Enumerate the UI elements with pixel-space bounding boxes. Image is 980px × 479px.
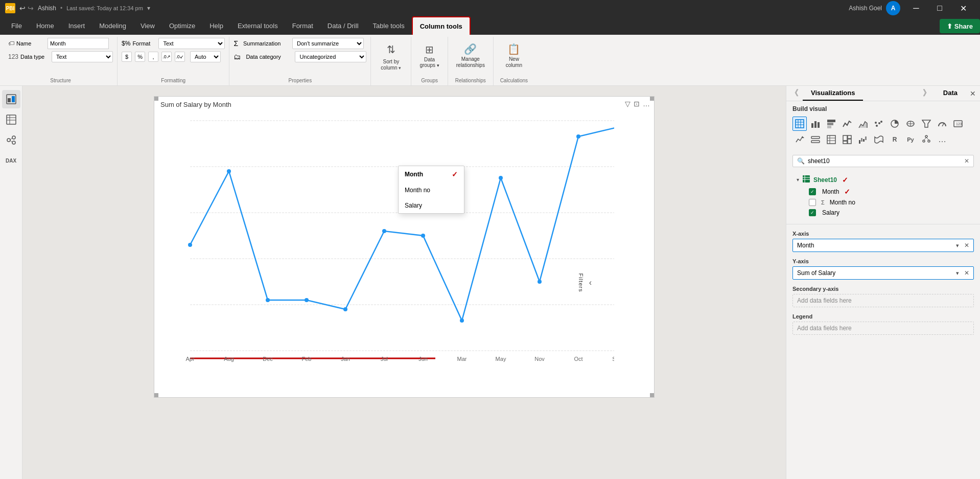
tab-view[interactable]: View bbox=[133, 16, 162, 35]
month-checkbox[interactable]: ✓ bbox=[809, 188, 816, 195]
minimize-button[interactable]: ─ bbox=[904, 0, 928, 16]
manage-relationships-button[interactable]: 🔗 Managerelationships bbox=[452, 38, 489, 74]
tree-expand-chevron[interactable]: ▾ bbox=[797, 177, 799, 183]
y-axis-chevron-down[interactable]: ▾ bbox=[956, 270, 959, 277]
viz-table[interactable] bbox=[792, 117, 807, 131]
salary-checkbox[interactable]: ✓ bbox=[809, 209, 816, 216]
data-panel-close-icon[interactable]: ✕ bbox=[970, 89, 976, 98]
search-input[interactable] bbox=[808, 157, 961, 165]
tab-visualizations[interactable]: Visualizations bbox=[803, 86, 863, 101]
secondary-y-label: Secondary y-axis bbox=[792, 286, 974, 292]
tree-monthno-node[interactable]: Σ Month no bbox=[805, 197, 974, 208]
viz-matrix[interactable] bbox=[824, 132, 838, 147]
chart-toolbar: ▽ ⊡ … bbox=[625, 100, 650, 108]
close-button[interactable]: ✕ bbox=[951, 0, 975, 16]
filters-collapse-arrow[interactable]: ‹ bbox=[589, 278, 592, 287]
tab-modeling[interactable]: Modeling bbox=[92, 16, 133, 35]
maximize-button[interactable]: □ bbox=[928, 0, 951, 16]
tab-data-drill[interactable]: Data / Drill bbox=[320, 16, 366, 35]
undo-button[interactable]: ↩ bbox=[19, 4, 26, 12]
dax-query-icon[interactable]: DAX bbox=[2, 151, 20, 170]
secondary-y-field[interactable]: Add data fields here bbox=[792, 294, 974, 307]
y-axis-remove[interactable]: ✕ bbox=[964, 269, 969, 277]
tab-optimize[interactable]: Optimize bbox=[162, 16, 202, 35]
collapse-left-icon[interactable]: 《 bbox=[790, 88, 799, 99]
datacategory-select[interactable]: Uncategorized Address City Country bbox=[295, 51, 366, 62]
name-input[interactable] bbox=[48, 38, 109, 49]
search-clear-icon[interactable]: ✕ bbox=[964, 157, 969, 165]
dropdown-arrow[interactable]: ▾ bbox=[147, 5, 150, 12]
viz-line-chart[interactable] bbox=[840, 117, 854, 131]
more-options-icon[interactable]: … bbox=[643, 100, 650, 108]
viz-decomp-tree[interactable] bbox=[919, 132, 934, 147]
viz-bar-chart[interactable] bbox=[808, 117, 823, 131]
decimal-add-button[interactable]: .0↗ bbox=[161, 52, 172, 62]
viz-py-visual[interactable]: Py bbox=[903, 132, 918, 147]
expand-right-icon[interactable]: 》 bbox=[923, 88, 931, 99]
decimal-remove-button[interactable]: .0↙ bbox=[175, 52, 185, 62]
sort-by-column-button[interactable]: ⇅ Sort bycolumn ▾ bbox=[375, 38, 407, 74]
viz-treemap[interactable] bbox=[840, 132, 854, 147]
viz-slicer[interactable] bbox=[808, 132, 823, 147]
tab-insert[interactable]: Insert bbox=[61, 16, 92, 35]
auto-select[interactable]: Auto 0 1 2 bbox=[190, 51, 221, 62]
table-view-icon[interactable] bbox=[2, 110, 20, 129]
viz-ribbon[interactable] bbox=[872, 132, 886, 147]
x-axis-remove[interactable]: ✕ bbox=[964, 242, 969, 249]
svg-line-79 bbox=[926, 138, 929, 140]
tab-external-tools[interactable]: External tools bbox=[230, 16, 285, 35]
chart-container: Sum of Salary by Month ▽ ⊡ … 0 20K 40K 6… bbox=[154, 96, 655, 398]
new-column-button[interactable]: 📋 Newcolumn bbox=[498, 38, 530, 74]
viz-stacked-bar[interactable] bbox=[824, 117, 838, 131]
y-axis-section: Y-axis Sum of Salary ▾ ✕ bbox=[786, 254, 980, 282]
legend-field[interactable]: Add data fields here bbox=[792, 322, 974, 335]
viz-funnel[interactable] bbox=[919, 117, 934, 131]
resize-handle-tl[interactable] bbox=[154, 97, 158, 101]
viz-gauge[interactable] bbox=[935, 117, 949, 131]
tab-help[interactable]: Help bbox=[202, 16, 230, 35]
tree-salary-node[interactable]: ✓ Salary bbox=[805, 208, 974, 218]
redo-button[interactable]: ↪ bbox=[28, 4, 34, 12]
svg-rect-46 bbox=[827, 120, 835, 122]
focus-icon[interactable]: ⊡ bbox=[634, 100, 640, 108]
datatype-select[interactable]: Text Whole Number Decimal Number Date bbox=[52, 51, 113, 62]
user-avatar[interactable]: A bbox=[886, 1, 900, 15]
resize-handle-bl[interactable] bbox=[154, 393, 158, 397]
resize-handle-tr[interactable] bbox=[650, 97, 654, 101]
tab-format[interactable]: Format bbox=[285, 16, 320, 35]
viz-map[interactable] bbox=[903, 117, 918, 131]
percent-button[interactable]: % bbox=[135, 52, 145, 62]
tree-month-node[interactable]: ✓ Month ✓ bbox=[805, 186, 974, 197]
viz-kpi[interactable] bbox=[792, 132, 807, 147]
svg-text:Jun: Jun bbox=[418, 356, 428, 362]
tree-table-node[interactable]: ▾ Sheet10 ✓ bbox=[792, 173, 974, 186]
viz-scatter[interactable] bbox=[872, 117, 886, 131]
comma-button[interactable]: , bbox=[148, 52, 158, 62]
report-view-icon[interactable] bbox=[2, 90, 20, 108]
data-groups-button[interactable]: ⊞ Datagroups ▾ bbox=[415, 38, 443, 74]
tab-table-tools[interactable]: Table tools bbox=[366, 16, 412, 35]
viz-card[interactable]: 123 bbox=[951, 117, 965, 131]
monthno-checkbox[interactable] bbox=[809, 199, 816, 206]
tab-data[interactable]: Data bbox=[935, 86, 966, 101]
tab-column-tools[interactable]: Column tools bbox=[412, 16, 471, 35]
tab-home[interactable]: Home bbox=[29, 16, 61, 35]
share-button[interactable]: ⬆ Share bbox=[940, 19, 980, 33]
viz-pie[interactable] bbox=[888, 117, 902, 131]
x-axis-chevron-down[interactable]: ▾ bbox=[956, 242, 959, 249]
filter-icon[interactable]: ▽ bbox=[625, 100, 631, 108]
viz-waterfall[interactable] bbox=[856, 132, 870, 147]
dollar-button[interactable]: $ bbox=[122, 52, 132, 62]
dropdown-item-month[interactable]: Month ✓ bbox=[399, 166, 464, 183]
tab-file[interactable]: File bbox=[4, 16, 29, 35]
dropdown-item-salary[interactable]: Salary bbox=[399, 198, 464, 213]
dropdown-item-monthno[interactable]: Month no bbox=[399, 183, 464, 198]
model-view-icon[interactable] bbox=[2, 131, 20, 149]
viz-more[interactable]: … bbox=[935, 132, 949, 147]
data-tree: ▾ Sheet10 ✓ ✓ Month ✓ bbox=[792, 171, 974, 220]
format-select[interactable]: Text Number Date Currency bbox=[158, 38, 225, 49]
summarization-select[interactable]: Don't summarize Sum Average Count bbox=[292, 38, 364, 49]
viz-r-visual[interactable]: R bbox=[888, 132, 902, 147]
resize-handle-br[interactable] bbox=[650, 393, 654, 397]
viz-area-chart[interactable] bbox=[856, 117, 870, 131]
